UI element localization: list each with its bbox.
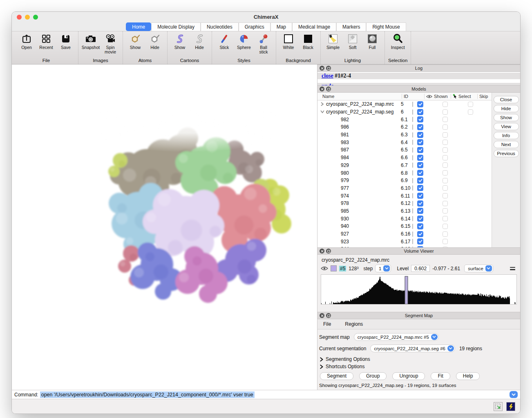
model-row[interactable]: 9306.14 [317,215,492,222]
model-color-swatch[interactable] [412,155,413,160]
model-row[interactable]: 9276.16 [317,230,492,238]
select-checkbox[interactable] [443,162,448,168]
model-color-swatch[interactable] [412,132,413,138]
toolbar-button-cartoons-hide[interactable]: Hide [190,33,208,57]
select-checkbox[interactable] [443,125,448,130]
model-row[interactable]: cryosparc_P22_J224_map.seg6 [317,108,492,116]
toolbar-button-lighting-full[interactable]: Full [363,33,381,57]
toolbar-button-atoms-hide[interactable]: Hide [146,33,164,57]
tab-molecule-display[interactable]: Molecule Display [151,22,201,31]
select-checkbox[interactable] [443,117,448,122]
current-segmentation-dropdown[interactable]: cryosparc_P22_J224_map.seg #6 [370,345,455,352]
model-row[interactable]: 9786.12 [317,200,492,207]
shown-checkbox[interactable] [417,155,423,161]
model-color-swatch[interactable] [412,125,413,130]
next-model-button[interactable]: Next [494,141,519,148]
model-color-swatch[interactable] [412,140,413,145]
select-checkbox[interactable] [443,155,448,160]
segmap-menu-file[interactable]: File [323,321,331,327]
model-color-swatch[interactable] [412,239,413,244]
ungroup-button[interactable]: Ungroup [392,372,425,380]
toolbar-button-styles-sphere[interactable]: Sphere [235,33,253,57]
select-checkbox[interactable] [443,140,448,145]
model-color-swatch[interactable] [412,185,413,191]
select-checkbox[interactable] [443,178,448,183]
level-input[interactable]: 0.602 [411,265,430,272]
volume-shown-eye-icon[interactable] [321,266,328,271]
model-color-swatch[interactable] [412,170,413,176]
log-undock-icon[interactable] [326,66,331,71]
model-color-swatch[interactable] [412,162,413,168]
expander-right-icon[interactable] [320,102,325,106]
segment-button[interactable]: Segment [320,372,353,380]
tab-graphics[interactable]: Graphics [239,22,270,31]
close-model-button[interactable]: Close [494,96,519,103]
shown-checkbox[interactable] [417,147,423,153]
select-checkbox[interactable] [443,208,448,213]
select-checkbox[interactable] [443,201,448,206]
select-checkbox[interactable] [443,109,448,115]
toolbar-button-background-white[interactable]: White [279,33,297,57]
model-color-swatch[interactable] [412,109,413,115]
shown-checkbox[interactable] [417,208,423,214]
group-button[interactable]: Group [359,372,387,380]
models-undock-icon[interactable] [326,87,331,91]
hide-model-button[interactable]: Hide [494,105,519,112]
model-row[interactable]: 9836.4 [317,138,492,146]
select-checkbox[interactable] [443,224,448,229]
model-row[interactable]: 9816.3 [317,131,492,139]
model-color-swatch[interactable] [412,208,413,213]
tab-right-mouse[interactable]: Right Mouse [366,22,406,31]
log-command-link[interactable]: close [322,73,333,79]
model-row[interactable]: 9796.9 [317,177,492,185]
segmap-close-icon[interactable] [320,313,324,318]
model-row[interactable]: 9846.6 [317,154,492,162]
fast-mode-lightning-icon[interactable] [506,402,515,411]
model-row[interactable]: 9876.5 [317,146,492,154]
toolbar-button-styles-ball-stick[interactable]: Ball stick [255,33,273,57]
model-row[interactable]: 9856.13 [317,207,492,215]
segmap-menu-regions[interactable]: Regions [345,321,363,327]
tab-home[interactable]: Home [126,22,151,31]
volume-color-swatch[interactable] [331,265,337,271]
model-color-swatch[interactable] [412,231,413,237]
select-checkbox[interactable] [443,132,448,138]
disclosure-shortcuts-options[interactable]: Shortcuts Options [317,363,520,370]
select-checkbox[interactable] [443,102,448,107]
toolbar-button-atoms-show[interactable]: Show [126,33,144,57]
shown-checkbox[interactable] [417,116,423,122]
info-model-button[interactable]: Info [494,132,519,139]
step-dropdown[interactable]: 1 [375,265,391,272]
shown-checkbox[interactable] [417,178,423,184]
shown-checkbox[interactable] [417,200,423,207]
fit-button[interactable]: Fit [431,372,450,380]
command-history-dropdown[interactable] [510,391,518,398]
model-color-swatch[interactable] [412,117,413,122]
command-input[interactable]: open '/Users/vperetroukhin/Downloads/cry… [40,391,255,398]
volume-close-icon[interactable] [320,249,324,253]
toolbar-button-file-open[interactable]: Open [18,33,36,57]
toolbar-button-selection-inspect[interactable]: Inspect [389,33,407,57]
toolbar-button-images-snapshot[interactable]: Snapshot [82,33,100,57]
model-color-swatch[interactable] [412,193,413,198]
model-row[interactable]: 9296.7 [317,162,492,169]
skip-checkbox[interactable] [468,102,473,107]
model-color-swatch[interactable] [412,201,413,206]
graphics-viewport[interactable] [12,64,317,390]
volume-histogram[interactable] [321,274,517,305]
model-row[interactable]: 9806.8 [317,169,492,177]
tab-markers[interactable]: Markers [336,22,366,31]
select-checkbox[interactable] [443,231,448,237]
previous-model-button[interactable]: Previous [494,150,519,157]
segmap-undock-icon[interactable] [326,313,331,318]
shown-checkbox[interactable] [417,223,423,229]
toolbar-button-cartoons-show[interactable]: Show [171,33,189,57]
model-row[interactable]: 9776.10 [317,185,492,192]
model-color-swatch[interactable] [412,224,413,229]
select-checkbox[interactable] [443,216,448,221]
tab-map[interactable]: Map [270,22,292,31]
toolbar-button-styles-stick[interactable]: Stick [215,33,233,57]
model-color-swatch[interactable] [412,178,413,183]
display-mode-dropdown[interactable]: surface [464,265,493,272]
resize-graphics-icon[interactable] [494,402,503,411]
